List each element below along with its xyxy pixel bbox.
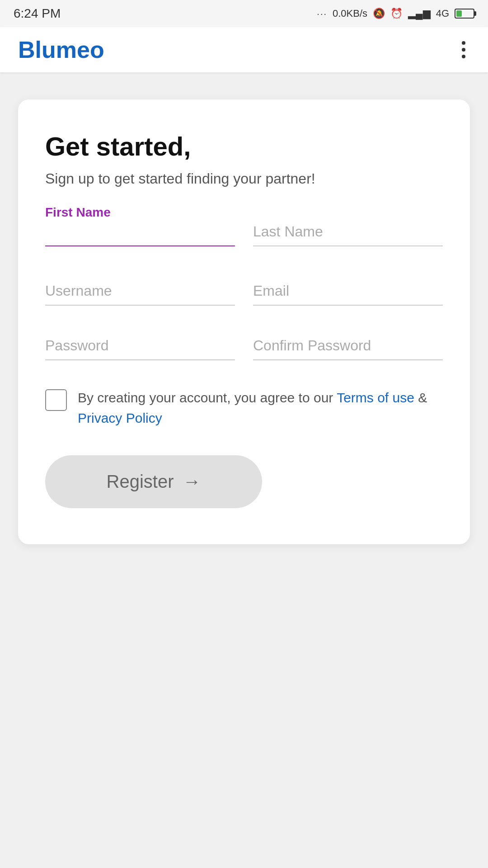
network-type: 4G xyxy=(436,8,449,19)
password-row xyxy=(45,333,443,360)
more-options-button[interactable] xyxy=(457,37,470,63)
register-arrow-icon: → xyxy=(183,472,201,492)
username-field xyxy=(45,278,235,306)
terms-prefix: By creating your account, you agree to o… xyxy=(78,390,337,405)
mute-icon: 🔕 xyxy=(373,8,385,19)
battery-icon xyxy=(455,9,474,19)
menu-dot-3 xyxy=(462,55,465,58)
card-title: Get started, xyxy=(45,131,443,161)
register-button[interactable]: Register → xyxy=(45,455,262,508)
network-speed: 0.0KB/s xyxy=(333,8,367,19)
name-row: First Name xyxy=(45,219,443,246)
register-button-label: Register xyxy=(107,472,174,492)
signal-bars-icon: ▂▄▆ xyxy=(408,8,431,19)
battery-fill xyxy=(456,10,462,17)
menu-dot-1 xyxy=(462,41,465,45)
email-input[interactable] xyxy=(253,278,443,306)
username-email-row xyxy=(45,278,443,306)
terms-text: By creating your account, you agree to o… xyxy=(78,387,443,428)
confirm-password-field xyxy=(253,333,443,360)
terms-of-use-link[interactable]: Terms of use xyxy=(337,390,414,405)
last-name-field xyxy=(253,219,443,246)
network-dots-icon: ··· xyxy=(317,9,327,19)
confirm-password-input[interactable] xyxy=(253,333,443,360)
first-name-label: First Name xyxy=(45,205,111,220)
last-name-input[interactable] xyxy=(253,219,443,246)
password-input[interactable] xyxy=(45,333,235,360)
menu-dot-2 xyxy=(462,48,465,52)
terms-area: By creating your account, you agree to o… xyxy=(45,387,443,428)
status-time: 6:24 PM xyxy=(14,6,61,21)
battery-box xyxy=(455,9,474,19)
password-field xyxy=(45,333,235,360)
alarm-icon: ⏰ xyxy=(390,8,403,19)
app-bar: Blumeo xyxy=(0,27,488,72)
email-field xyxy=(253,278,443,306)
status-icons: ··· 0.0KB/s 🔕 ⏰ ▂▄▆ 4G xyxy=(317,8,474,19)
first-name-input[interactable] xyxy=(45,219,235,246)
terms-checkbox[interactable] xyxy=(45,389,67,411)
first-name-field: First Name xyxy=(45,219,235,246)
main-content: Get started, Sign up to get started find… xyxy=(0,72,488,571)
privacy-policy-link[interactable]: Privacy Policy xyxy=(78,410,162,425)
card-subtitle: Sign up to get started finding your part… xyxy=(45,170,443,187)
signup-card: Get started, Sign up to get started find… xyxy=(18,99,470,544)
status-bar: 6:24 PM ··· 0.0KB/s 🔕 ⏰ ▂▄▆ 4G xyxy=(0,0,488,27)
terms-and: & xyxy=(418,390,427,405)
app-title: Blumeo xyxy=(18,36,104,63)
username-input[interactable] xyxy=(45,278,235,306)
